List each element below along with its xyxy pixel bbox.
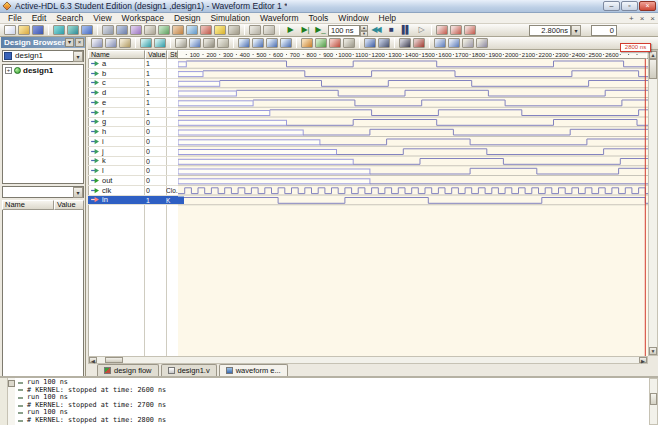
stimulator-green-button[interactable] [315, 38, 327, 48]
chevron-down-icon[interactable]: ▾ [73, 187, 83, 198]
zoom-tool-button[interactable] [189, 38, 201, 48]
find-button[interactable] [144, 25, 156, 35]
mdi-float-icon[interactable]: × [640, 14, 645, 23]
wave-column-sti[interactable]: Sti.. [167, 50, 178, 59]
scroll-thumb[interactable] [8, 380, 15, 387]
marker-button[interactable] [462, 38, 474, 48]
stimulator-gray-button[interactable] [343, 38, 355, 48]
add-signals-button[interactable] [158, 25, 170, 35]
run-until-button[interactable]: ▶_ [314, 25, 327, 36]
search-next-button[interactable] [413, 38, 425, 48]
waveform-traces[interactable] [178, 59, 648, 356]
tree-item-design1[interactable]: +design1 [3, 65, 83, 76]
redo-button[interactable] [154, 38, 166, 48]
signal-name-cell[interactable]: out [88, 176, 144, 185]
menu-simulation[interactable]: Simulation [205, 13, 255, 23]
menu-view[interactable]: View [88, 13, 116, 23]
signal-name-cell[interactable]: clk [88, 186, 144, 195]
annotation-button[interactable] [476, 38, 488, 48]
console-vscrollbar[interactable] [649, 378, 658, 425]
signal-row-d[interactable]: d1 [88, 88, 178, 98]
menu-help[interactable]: Help [374, 13, 401, 23]
signal-row-clk[interactable]: clk0Clo... [88, 186, 178, 196]
scroll-thumb[interactable] [105, 357, 123, 363]
chevron-down-icon[interactable]: ▾ [73, 51, 83, 62]
scroll-up-icon[interactable]: ▲ [649, 51, 657, 59]
signal-name-cell[interactable]: f [88, 108, 144, 117]
rewind-button[interactable]: ◀◀ [369, 25, 382, 36]
zoom-fit-button[interactable] [266, 38, 278, 48]
cursor-time-combo[interactable]: 2.800ns [529, 25, 571, 36]
stimulators-button[interactable] [172, 25, 184, 35]
signal-name-cell[interactable]: e [88, 98, 144, 107]
tab-design1-v[interactable]: design1.v [161, 364, 217, 376]
run-macro-button[interactable] [228, 25, 240, 35]
next-edge-button[interactable] [448, 38, 460, 48]
signal-name-cell[interactable]: in [88, 196, 144, 205]
workspace-combo[interactable]: design1 ▾ [2, 50, 84, 62]
scroll-down-icon[interactable]: ▼ [649, 347, 657, 355]
stop-button[interactable]: ■ [384, 25, 397, 36]
waveform-editor-button[interactable] [186, 25, 198, 35]
signal-row-k[interactable]: k0 [88, 157, 178, 167]
compile-button[interactable] [102, 25, 114, 35]
panel-close-icon[interactable]: × [75, 38, 84, 47]
signal-row-in[interactable]: in1K [88, 196, 178, 206]
trace-over-button[interactable] [450, 25, 462, 35]
scroll-thumb[interactable] [650, 393, 657, 405]
maximize-button[interactable]: ▫ [621, 1, 638, 11]
run-button[interactable]: ▶ [284, 25, 297, 36]
menu-edit[interactable]: Edit [27, 13, 52, 23]
signal-name-cell[interactable]: c [88, 79, 144, 88]
signal-name-cell[interactable]: a [88, 59, 144, 68]
chevron-down-icon[interactable]: ▾ [571, 25, 581, 36]
run-time-field[interactable]: 100 ns [328, 25, 360, 36]
design-browser-button[interactable] [81, 25, 93, 35]
signal-row-b[interactable]: b1 [88, 69, 178, 79]
cut-button[interactable] [91, 38, 103, 48]
hotkeys-button[interactable] [200, 25, 212, 35]
column-value[interactable]: Value [54, 200, 84, 210]
attach-workspace-button[interactable] [67, 25, 79, 35]
zoom-cursor-button[interactable] [280, 38, 292, 48]
signal-row-out[interactable]: out0 [88, 176, 178, 186]
minimize-button[interactable]: – [603, 1, 620, 11]
end-simulation-button[interactable] [263, 25, 275, 35]
compare-button[interactable] [364, 38, 376, 48]
signal-row-f[interactable]: f1 [88, 108, 178, 118]
signal-row-a[interactable]: a1 [88, 59, 178, 69]
menu-waveform[interactable]: Waveform [255, 13, 303, 23]
grid-tool-button[interactable] [217, 38, 229, 48]
list-view-button[interactable] [378, 38, 390, 48]
column-name[interactable]: Name [2, 200, 54, 210]
signal-name-cell[interactable]: k [88, 157, 144, 166]
initialize-simulation-button[interactable] [214, 25, 226, 35]
menu-search[interactable]: Search [51, 13, 88, 23]
mdi-close-icon[interactable]: × [650, 14, 655, 23]
signal-name-cell[interactable]: i [88, 137, 144, 146]
menu-tools[interactable]: Tools [304, 13, 334, 23]
signal-row-c[interactable]: c1 [88, 79, 178, 89]
search-button[interactable] [399, 38, 411, 48]
run-time-spinner[interactable]: ▲▼ [360, 25, 368, 36]
new-workspace-button[interactable] [53, 25, 65, 35]
mdi-move-icon[interactable]: + [629, 14, 634, 23]
trace-out-button[interactable] [464, 25, 476, 35]
pointer-tool-button[interactable] [175, 38, 187, 48]
restart-simulation-button[interactable] [249, 25, 261, 35]
save-button[interactable] [32, 25, 44, 35]
new-document-button[interactable] [4, 25, 16, 35]
tab-design-flow[interactable]: design flow [97, 364, 159, 376]
tab-waveform-e-[interactable]: waveform e... [219, 364, 288, 376]
signal-name-cell[interactable]: h [88, 127, 144, 136]
signal-row-j[interactable]: j0 [88, 147, 178, 157]
signal-row-h[interactable]: h0 [88, 127, 178, 137]
panel-menu-icon[interactable]: ▾ [65, 38, 74, 47]
signal-name-cell[interactable]: j [88, 147, 144, 156]
signal-name-cell[interactable]: d [88, 88, 144, 97]
undo-button[interactable] [140, 38, 152, 48]
stimulator-red-button[interactable] [329, 38, 341, 48]
signal-row-e[interactable]: e1 [88, 98, 178, 108]
signal-row-i[interactable]: i0 [88, 137, 178, 147]
signal-name-cell[interactable]: l [88, 166, 144, 175]
